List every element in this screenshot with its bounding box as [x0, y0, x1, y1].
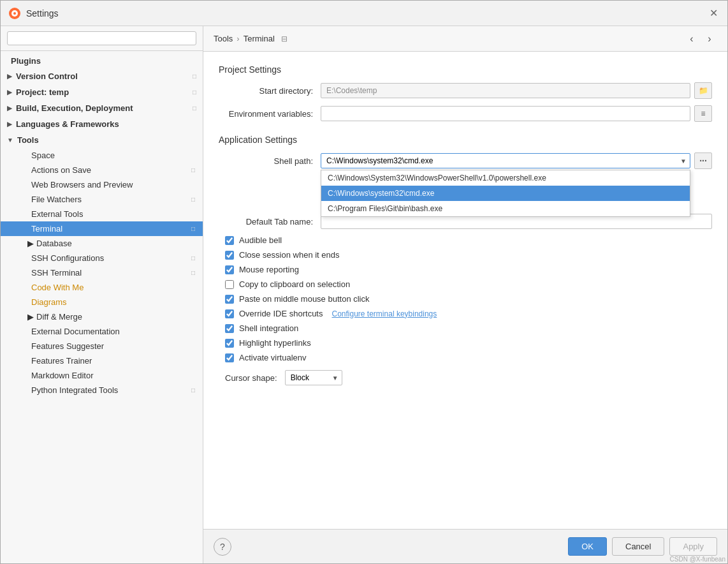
sidebar-item-diff-merge[interactable]: ▶ Diff & Merge: [1, 309, 203, 324]
sidebar-item-actions-on-save[interactable]: Actions on Save □: [1, 163, 203, 177]
code-with-me-label: Code With Me: [31, 283, 84, 292]
env-variables-browse-button[interactable]: ≡: [694, 105, 712, 122]
activate-virtualenv-checkbox[interactable]: [225, 353, 234, 362]
checkboxes-container: Audible bell Close session when it ends …: [219, 235, 712, 362]
sidebar-item-file-watchers[interactable]: File Watchers □: [1, 192, 203, 207]
sidebar-item-plugins[interactable]: Plugins: [1, 54, 203, 68]
title-bar: Settings ✕: [1, 1, 727, 26]
start-directory-browse-button[interactable]: 📁: [694, 82, 712, 99]
highlight-hyperlinks-label[interactable]: Highlight hyperlinks: [239, 338, 311, 348]
shell-integration-label[interactable]: Shell integration: [239, 323, 298, 333]
close-session-row: Close session when it ends: [219, 250, 712, 260]
markdown-editor-label: Markdown Editor: [31, 371, 94, 380]
dropdown-option-cmd[interactable]: C:\Windows\system32\cmd.exe: [321, 186, 690, 201]
pin-icon[interactable]: ⊟: [281, 34, 288, 43]
help-button[interactable]: ?: [214, 538, 231, 556]
sidebar-item-space[interactable]: Space: [1, 148, 203, 163]
paste-middle-label[interactable]: Paste on middle mouse button click: [239, 294, 370, 304]
sidebar-item-build-execution[interactable]: ▶ Build, Execution, Deployment □: [1, 100, 203, 116]
sidebar-item-languages-frameworks[interactable]: ▶ Languages & Frameworks: [1, 116, 203, 132]
plugins-label: Plugins: [11, 56, 195, 66]
window-title: Settings: [26, 8, 707, 19]
activate-virtualenv-label[interactable]: Activate virtualenv: [239, 353, 307, 362]
actions-label: Actions on Save: [31, 165, 91, 175]
file-watchers-badge: □: [191, 196, 195, 203]
sidebar-item-external-tools[interactable]: External Tools: [1, 207, 203, 221]
shell-path-select[interactable]: C:\Windows\System32\WindowsPowerShell\v1…: [321, 153, 690, 168]
sidebar-item-features-suggester[interactable]: Features Suggester: [1, 339, 203, 353]
sidebar-item-version-control[interactable]: ▶ Version Control □: [1, 68, 203, 84]
ssh-config-badge: □: [191, 255, 195, 262]
breadcrumb-root: Tools: [214, 34, 233, 43]
sidebar: Plugins ▶ Version Control □ ▶ Project: t…: [1, 26, 203, 563]
dropdown-option-powershell[interactable]: C:\Windows\System32\WindowsPowerShell\v1…: [321, 170, 690, 186]
close-session-label[interactable]: Close session when it ends: [239, 250, 340, 260]
mouse-reporting-checkbox[interactable]: [225, 265, 234, 274]
sidebar-item-ssh-config[interactable]: SSH Configurations □: [1, 251, 203, 265]
dropdown-option-bash[interactable]: C:\Program Files\Git\bin\bash.exe: [321, 201, 690, 216]
main-layout: Plugins ▶ Version Control □ ▶ Project: t…: [1, 26, 727, 563]
terminal-badge: □: [191, 225, 195, 232]
expand-icon: ▶: [7, 73, 12, 80]
mouse-reporting-label[interactable]: Mouse reporting: [239, 265, 299, 274]
version-control-badge: □: [193, 73, 196, 80]
close-button[interactable]: ✕: [707, 7, 720, 20]
activate-virtualenv-row: Activate virtualenv: [219, 353, 712, 362]
sidebar-item-code-with-me[interactable]: Code With Me: [1, 280, 203, 295]
override-ide-label[interactable]: Override IDE shortcuts: [239, 309, 323, 318]
shell-path-control: C:\Windows\System32\WindowsPowerShell\v1…: [321, 152, 712, 169]
paste-middle-checkbox[interactable]: [225, 295, 234, 304]
sidebar-item-tools[interactable]: ▼ Tools: [1, 132, 203, 148]
cursor-shape-row: Cursor shape: Block Underline Beam ▼: [219, 370, 712, 385]
build-execution-label: Build, Execution, Deployment: [16, 103, 193, 113]
audible-bell-checkbox[interactable]: [225, 236, 234, 245]
highlight-hyperlinks-checkbox[interactable]: [225, 339, 234, 348]
sidebar-item-database[interactable]: ▶ Database: [1, 236, 203, 251]
breadcrumb: Tools › Terminal ⊟: [214, 34, 684, 43]
sidebar-item-project-temp[interactable]: ▶ Project: temp □: [1, 84, 203, 100]
env-variables-input[interactable]: [321, 106, 690, 121]
nav-back-button[interactable]: ‹: [684, 31, 699, 47]
copy-clipboard-checkbox[interactable]: [225, 280, 234, 289]
header-nav: ‹ ›: [684, 31, 717, 47]
app-settings-group: Application Settings Shell path: C:\Wind…: [219, 135, 712, 385]
sidebar-item-diagrams[interactable]: Diagrams: [1, 295, 203, 309]
sidebar-item-web-browsers[interactable]: Web Browsers and Preview: [1, 177, 203, 192]
project-settings-title: Project Settings: [219, 64, 712, 75]
cancel-button[interactable]: Cancel: [612, 537, 664, 556]
cursor-shape-select-wrapper: Block Underline Beam ▼: [285, 370, 342, 385]
copy-clipboard-label[interactable]: Copy to clipboard on selection: [239, 279, 350, 289]
search-input[interactable]: [7, 31, 196, 45]
override-ide-row: Override IDE shortcuts Configure termina…: [219, 309, 712, 318]
start-directory-input[interactable]: [321, 83, 690, 98]
sidebar-item-features-trainer[interactable]: Features Trainer: [1, 353, 203, 368]
cursor-shape-select[interactable]: Block Underline Beam: [285, 370, 342, 385]
configure-terminal-link[interactable]: Configure terminal keybindings: [332, 309, 437, 318]
shell-path-dropdown-container: C:\Windows\System32\WindowsPowerShell\v1…: [321, 153, 690, 168]
audible-bell-label[interactable]: Audible bell: [239, 235, 282, 245]
shell-integration-checkbox[interactable]: [225, 324, 234, 333]
tools-label: Tools: [17, 135, 196, 145]
shell-path-more-button[interactable]: ···: [694, 152, 712, 169]
expand-icon: ▼: [7, 137, 13, 144]
close-session-checkbox[interactable]: [225, 251, 234, 260]
sidebar-item-terminal[interactable]: Terminal □: [1, 221, 203, 236]
content-header: Tools › Terminal ⊟ ‹ ›: [203, 26, 727, 52]
sidebar-item-python-integrated-tools[interactable]: Python Integrated Tools □: [1, 383, 203, 397]
file-watchers-label: File Watchers: [31, 195, 82, 204]
footer: ? OK Cancel Apply: [203, 529, 727, 563]
sidebar-item-markdown-editor[interactable]: Markdown Editor: [1, 368, 203, 383]
override-ide-checkbox[interactable]: [225, 309, 234, 318]
diagrams-label: Diagrams: [31, 297, 67, 307]
ok-button[interactable]: OK: [568, 537, 607, 556]
copy-clipboard-row: Copy to clipboard on selection: [219, 279, 712, 289]
ssh-terminal-label: SSH Terminal: [31, 268, 82, 278]
apply-button[interactable]: Apply: [669, 537, 717, 556]
env-variables-label: Environment variables:: [219, 109, 321, 119]
watermark: CSDN @X-funbean: [670, 556, 725, 563]
languages-label: Languages & Frameworks: [16, 119, 196, 129]
breadcrumb-current: Terminal: [244, 34, 275, 43]
nav-forward-button[interactable]: ›: [702, 31, 717, 47]
sidebar-item-ssh-terminal[interactable]: SSH Terminal □: [1, 265, 203, 280]
sidebar-item-external-doc[interactable]: External Documentation: [1, 324, 203, 339]
